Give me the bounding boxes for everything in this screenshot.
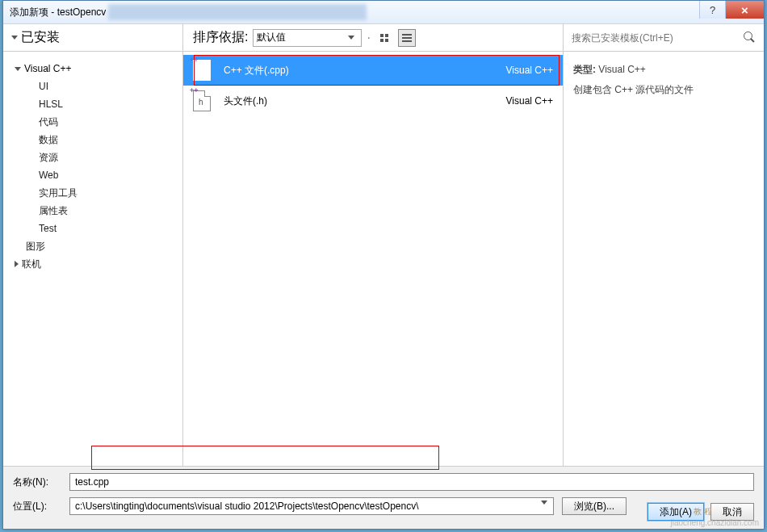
dialog-window: 添加新项 - testOpencv ? × 已安装 排序依据: 默认值 · xyxy=(2,0,765,530)
tree-node-test[interactable]: Test xyxy=(3,220,182,237)
toolbar-middle: 排序依据: 默认值 · xyxy=(183,24,564,51)
sidebar: Visual C++ UI HLSL 代码 数据 资源 Web 实用工具 属性表… xyxy=(3,52,183,466)
header-file-icon: ++h xyxy=(193,90,211,111)
template-name: C++ 文件(.cpp) xyxy=(224,64,289,77)
tree-node-online[interactable]: 联机 xyxy=(3,255,182,273)
chevron-down-icon xyxy=(15,67,21,71)
list-icon xyxy=(402,34,412,42)
name-row: 名称(N): xyxy=(13,473,754,491)
tree-node-propertysheet[interactable]: 属性表 xyxy=(3,202,182,220)
cpp-file-icon: ++ xyxy=(193,60,211,81)
tree-node-utility[interactable]: 实用工具 xyxy=(3,184,182,202)
view-grid-button[interactable] xyxy=(375,29,393,47)
title-blur xyxy=(108,4,367,20)
installed-tab[interactable]: 已安装 xyxy=(3,24,183,51)
search-input[interactable] xyxy=(570,29,738,47)
chevron-right-icon xyxy=(15,261,19,267)
toolbar: 已安装 排序依据: 默认值 · xyxy=(3,24,764,52)
main-area: Visual C++ UI HLSL 代码 数据 资源 Web 实用工具 属性表… xyxy=(3,52,764,466)
browse-button[interactable]: 浏览(B)... xyxy=(562,497,627,515)
help-button[interactable]: ? xyxy=(699,1,725,19)
watermark-text: 教 程 xyxy=(694,506,712,517)
watermark-url: jiaocheng.chazidian.com xyxy=(670,518,759,527)
template-lang: Visual C++ xyxy=(506,65,553,76)
detail-type: 类型: Visual C++ xyxy=(573,63,754,77)
tree-node-resource[interactable]: 资源 xyxy=(3,149,182,166)
detail-description: 创建包含 C++ 源代码的文件 xyxy=(573,83,754,97)
titlebar: 添加新项 - testOpencv ? × xyxy=(3,1,764,24)
details-pane: 类型: Visual C++ 创建包含 C++ 源代码的文件 xyxy=(564,52,764,466)
template-lang: Visual C++ xyxy=(506,95,553,107)
template-list: ++ C++ 文件(.cpp) Visual C++ ++h 头文件(.h) V… xyxy=(183,52,564,466)
view-list-button[interactable] xyxy=(398,29,416,47)
chevron-down-icon xyxy=(348,36,354,40)
sort-value: 默认值 xyxy=(257,31,286,44)
grid-icon xyxy=(380,34,388,42)
tree-node-graphics[interactable]: 图形 xyxy=(3,237,182,255)
window-title: 添加新项 - testOpencv xyxy=(10,6,106,19)
search-icon[interactable] xyxy=(743,31,757,45)
toolbar-right xyxy=(564,24,764,51)
chevron-down-icon[interactable] xyxy=(541,501,547,505)
tree-node-visualcpp[interactable]: Visual C++ xyxy=(3,60,182,77)
sort-label: 排序依据: xyxy=(193,29,248,46)
close-button[interactable]: × xyxy=(725,1,764,19)
template-name: 头文件(.h) xyxy=(224,94,267,108)
tree-node-data[interactable]: 数据 xyxy=(3,131,182,149)
installed-label: 已安装 xyxy=(21,29,60,46)
template-item-cpp[interactable]: ++ C++ 文件(.cpp) Visual C++ xyxy=(183,55,563,86)
sort-combobox[interactable]: 默认值 xyxy=(253,29,362,47)
template-item-header[interactable]: ++h 头文件(.h) Visual C++ xyxy=(183,86,563,116)
name-label: 名称(N): xyxy=(13,475,61,489)
tree-node-ui[interactable]: UI xyxy=(3,77,182,95)
location-label: 位置(L): xyxy=(13,500,61,513)
location-input[interactable] xyxy=(69,497,554,515)
chevron-down-icon xyxy=(11,36,18,40)
location-row: 位置(L): 浏览(B)... xyxy=(13,497,754,515)
tree-node-web[interactable]: Web xyxy=(3,166,182,184)
window-buttons: ? × xyxy=(699,1,764,19)
tree-node-hlsl[interactable]: HLSL xyxy=(3,95,182,113)
tree-node-code[interactable]: 代码 xyxy=(3,113,182,131)
name-input[interactable] xyxy=(69,473,754,491)
